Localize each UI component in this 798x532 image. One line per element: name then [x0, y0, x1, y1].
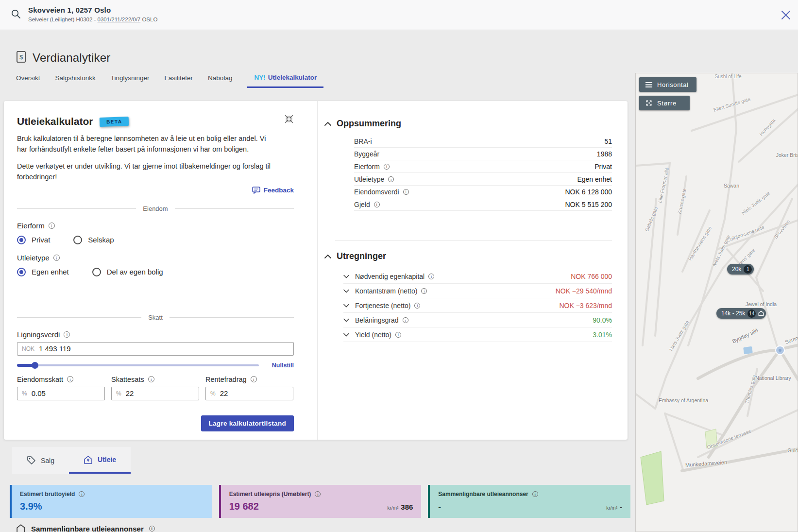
bruttoyield-card: Estimert bruttoyield 3.9%: [10, 485, 212, 518]
radio-privat[interactable]: Privat: [17, 236, 50, 244]
ligningsverdi-input[interactable]: [39, 344, 289, 353]
info-icon[interactable]: [388, 176, 394, 182]
utregninger-table: Nødvendig egenkapital NOK 766 000 Kontan…: [343, 269, 612, 342]
calculator-form: Utleiekalkulator BETA Bruk kalkulatoren …: [4, 101, 317, 440]
chevron-down-icon[interactable]: [343, 275, 349, 278]
currency-prefix: NOK: [22, 345, 34, 352]
table-row[interactable]: Belåningsgrad 90.0%: [343, 313, 612, 327]
map-panel[interactable]: Sushi of Life Eilert Sundts gate Holtega…: [635, 73, 798, 532]
chevron-down-icon[interactable]: [343, 289, 349, 293]
storre-button[interactable]: Større: [639, 96, 690, 110]
radio-selskap[interactable]: Selskap: [73, 236, 114, 244]
svg-text:$: $: [19, 54, 23, 61]
ligningsverdi-label: Ligningsverdi: [17, 330, 294, 339]
skattesats-field: %: [111, 387, 199, 400]
eiendomsskatt-label: Eiendomsskatt: [17, 376, 105, 383]
table-row: EierformPrivat: [354, 160, 612, 173]
info-icon[interactable]: [315, 491, 321, 497]
info-icon[interactable]: [251, 376, 257, 382]
info-icon[interactable]: [395, 332, 401, 338]
table-row: BRA-i51: [354, 135, 612, 148]
radio-egen-enhet[interactable]: Egen enhet: [17, 268, 69, 276]
info-icon[interactable]: [79, 491, 85, 497]
tab-utleiekalkulator[interactable]: NY!Utleiekalkulator: [247, 74, 323, 88]
info-icon[interactable]: [148, 376, 154, 382]
map-label: Joker Bris: [776, 152, 798, 158]
close-icon[interactable]: [780, 9, 792, 21]
tab-bar: Oversikt Salgshistorikk Tinglysninger Fa…: [16, 74, 323, 88]
map-marker-20k[interactable]: 20k1: [727, 264, 754, 275]
house-icon: [84, 455, 93, 464]
utregninger-title: Utregninger: [337, 251, 386, 261]
kpi-cards-row: Estimert bruttoyield 3.9% Estimert utlei…: [10, 485, 630, 518]
skattesats-input[interactable]: [126, 389, 194, 397]
radio-del-av-egen-bolig[interactable]: Del av egen bolig: [92, 268, 163, 276]
section-separator: [335, 240, 612, 240]
document-dollar-icon: $: [16, 51, 27, 65]
chevron-down-icon[interactable]: [343, 304, 349, 308]
info-icon[interactable]: [149, 526, 155, 532]
table-row[interactable]: Nødvendig egenkapital NOK 766 000: [343, 269, 612, 284]
collapse-icon[interactable]: [284, 114, 294, 126]
unit-per-sqm: kr/m²386: [388, 503, 413, 511]
info-icon[interactable]: [49, 223, 55, 229]
tab-fasiliteter[interactable]: Fasiliteter: [165, 74, 193, 88]
calculator-title: Utleiekalkulator: [17, 116, 93, 127]
rentefradrag-input[interactable]: [220, 389, 289, 397]
page-header: $ Verdianalytiker: [16, 51, 110, 65]
oppsummering-title: Oppsummering: [337, 119, 401, 129]
info-icon[interactable]: [64, 331, 70, 338]
info-icon[interactable]: [421, 288, 427, 294]
chevron-down-icon[interactable]: [343, 318, 349, 322]
info-icon[interactable]: [374, 202, 380, 207]
info-icon[interactable]: [53, 255, 60, 261]
tab-salg[interactable]: Salg: [12, 447, 69, 474]
table-row: EiendomsverdiNOK 6 128 000: [354, 186, 612, 198]
tab-oversikt[interactable]: Oversikt: [16, 74, 40, 88]
save-calculator-button[interactable]: Lagre kalkulatortilstand: [201, 415, 294, 431]
rentefradrag-field: %: [205, 387, 293, 400]
info-icon[interactable]: [403, 317, 408, 323]
horisontal-button[interactable]: Horisontal: [639, 77, 696, 92]
address-title: Skovveien 1, 0257 Oslo: [28, 6, 157, 14]
table-row: Byggeår1988: [354, 148, 612, 160]
oppsummering-header[interactable]: Oppsummering: [324, 119, 612, 129]
result-tab-bar: Salg Utleie: [12, 447, 131, 474]
slider-thumb[interactable]: [32, 362, 38, 369]
tab-utleie[interactable]: Utleie: [69, 447, 131, 474]
table-row[interactable]: Kontantstrøm (netto) NOK −29 540/mnd: [343, 284, 612, 298]
search-icon[interactable]: [11, 9, 21, 21]
chevron-down-icon[interactable]: [343, 333, 349, 337]
tab-nabolag[interactable]: Nabolag: [208, 74, 232, 88]
feedback-link[interactable]: Feedback: [252, 187, 294, 194]
cadastre-link[interactable]: 0301/211/222/0/7: [98, 17, 141, 22]
list-icon: [645, 82, 652, 87]
eiendomsskatt-input[interactable]: [32, 389, 100, 397]
info-icon[interactable]: [428, 274, 434, 279]
info-icon[interactable]: [532, 491, 538, 497]
tag-icon: [27, 456, 36, 465]
ligningsverdi-slider[interactable]: [17, 362, 259, 368]
info-icon[interactable]: [414, 303, 420, 309]
intro-paragraph-2: Dette verkøtyet er under utvikling. Vi t…: [17, 161, 272, 183]
tab-tinglysninger[interactable]: Tinglysninger: [111, 74, 150, 88]
new-badge: NY!: [254, 74, 265, 81]
slider-track[interactable]: [17, 364, 259, 366]
property-address[interactable]: Skovveien 1, 0257 Oslo Selveier (Leiligh…: [28, 6, 157, 22]
info-icon[interactable]: [403, 189, 409, 195]
utleiepris-card: Estimert utleiepris (Umøblert) 19 682 kr…: [219, 485, 422, 518]
nullstill-link[interactable]: Nullstill: [272, 362, 294, 369]
utregninger-header[interactable]: Utregninger: [324, 251, 612, 261]
info-icon[interactable]: [384, 164, 390, 170]
utleietype-options: Egen enhet Del av egen bolig: [17, 268, 294, 276]
beta-badge: BETA: [100, 116, 129, 126]
tab-salgshistorikk[interactable]: Salgshistorikk: [55, 74, 96, 88]
sammenlignbare-card: Sammenlignbare utleieannonser - kr/m²-: [428, 485, 630, 518]
map-label: Gulds: [787, 447, 798, 453]
marker-count-badge: 14: [747, 309, 756, 318]
map-marker-14k-25k[interactable]: 14k - 25k14: [716, 308, 766, 319]
eierform-options: Privat Selskap: [17, 236, 294, 244]
info-icon[interactable]: [67, 376, 73, 382]
table-row[interactable]: Yield (netto) 3.01%: [343, 327, 612, 342]
table-row[interactable]: Fortjeneste (netto) NOK −3 623/mnd: [343, 298, 612, 313]
